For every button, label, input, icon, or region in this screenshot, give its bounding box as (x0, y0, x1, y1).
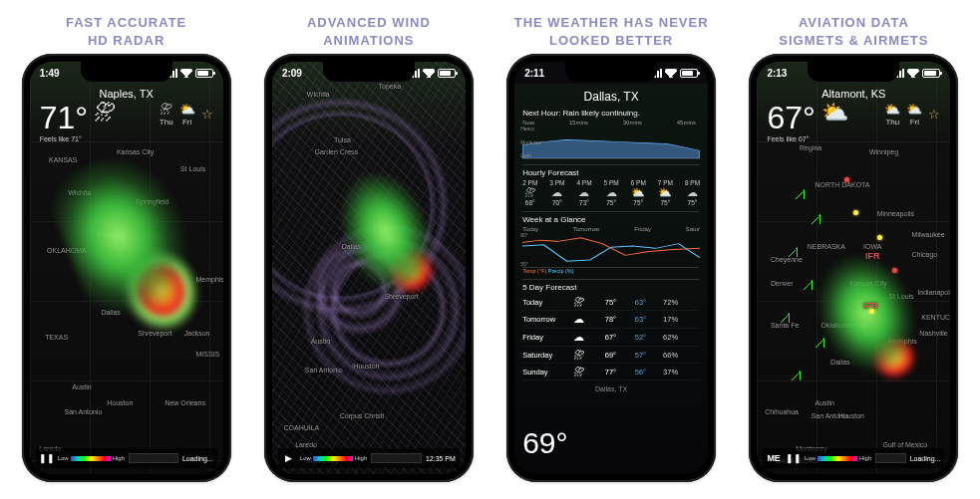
timeline-track[interactable] (371, 453, 422, 463)
map-city-label: St Louis (180, 165, 205, 172)
map-city-label: San Antonio (305, 367, 343, 374)
turbulence-arrow-icon: ⩘ (788, 367, 803, 383)
forecast-row[interactable]: Sunday⛈77°56°37% (522, 364, 700, 380)
time-label: 12:35 PM (426, 455, 456, 462)
hourly-cell[interactable]: 4 PM☁73° (576, 179, 591, 206)
notch (323, 62, 415, 82)
turbulence-arrow-icon: ⩘ (800, 276, 815, 293)
map-city-label: New Orleans (164, 399, 204, 406)
pause-icon[interactable]: ❚❚ (787, 451, 801, 465)
hourly-cell[interactable]: 6 PM⛅75° (631, 179, 646, 206)
sigmet-dot-icon (844, 177, 849, 182)
feels-like: Feels like 67° (767, 135, 815, 142)
loading-label: Loading... (182, 455, 213, 462)
map-city-label: Shreveport (384, 293, 418, 300)
loading-label: Loading... (910, 455, 941, 462)
slide-caption: THE WEATHER HAS NEVER LOOKED BETTER (514, 10, 709, 54)
forecast-row[interactable]: Friday☁67°52°62% (522, 329, 700, 347)
phone-frame: 2:09 WichitaTopekaTulsaGarden CressDalla… (264, 54, 474, 482)
rain-intensity-chart: HeavyModerateLight (522, 125, 700, 159)
phone-frame: 2:13 ReginaWinnipegNORTH DAKOTAMinneapol… (749, 54, 958, 482)
city-label: Altamont, KS (767, 88, 940, 100)
star-icon[interactable]: ☆ (201, 107, 213, 122)
phone-screen[interactable]: 1:49 Kansas CitySt LouisKANSASWichitaSpr… (30, 62, 223, 474)
radar-timeline[interactable]: ME ❚❚ LowHigh Loading... (763, 448, 944, 468)
phone-frame: 1:49 Kansas CitySt LouisKANSASWichitaSpr… (22, 54, 231, 482)
map-city-label: Dallas (342, 243, 361, 250)
turbulence-arrow-icon: ⩘ (812, 334, 826, 351)
five-day-rows: Today⛈75°63°72%Tomorrow☁78°63°17%Friday☁… (522, 294, 700, 380)
map-city-label: San Antonio (65, 408, 103, 415)
map-city-label: Austin (816, 399, 834, 406)
hourly-cell[interactable]: 8 PM☁75° (685, 179, 700, 206)
hourly-cell[interactable]: 2 PM⛈68° (522, 179, 537, 206)
phone-screen[interactable]: 2:11 Dallas, TX Next Hour: Rain likely c… (514, 62, 708, 474)
timeline-track[interactable] (129, 453, 178, 463)
airmet-dot-icon (877, 235, 882, 240)
screenshot-gallery: FAST ACCURATE HD RADAR 1:49 Kansas CityS… (0, 0, 980, 499)
map-city-label: Garden Cress (315, 148, 359, 155)
map-city-label: TEXAS (45, 334, 68, 341)
star-icon[interactable]: ☆ (928, 107, 940, 122)
timeline-track[interactable] (875, 453, 905, 463)
map-city-label: Topeka (379, 83, 402, 90)
notch (808, 62, 899, 82)
city-label: Naples, TX (40, 88, 213, 100)
ifr-badge: IFR (865, 251, 880, 261)
slide-1: FAST ACCURATE HD RADAR 1:49 Kansas CityS… (10, 10, 242, 489)
forecast-row[interactable]: Saturday⛈69°57°66% (522, 347, 700, 364)
hourly-cell[interactable]: 7 PM⛅75° (658, 179, 673, 206)
forecast-row[interactable]: Today⛈75°63°72% (522, 294, 700, 311)
map-city-label: Corpus Christi (340, 412, 384, 419)
hourly-cell[interactable]: 5 PM☁75° (604, 179, 619, 206)
forecast-row[interactable]: Tomorrow☁78°63°17% (522, 311, 700, 329)
battery-icon (922, 69, 940, 78)
play-icon[interactable]: ▶ (282, 451, 296, 465)
forecast-day-fri[interactable]: ⛅Fri (906, 102, 922, 126)
intensity-scale-icon (817, 456, 857, 461)
slide-3: THE WEATHER HAS NEVER LOOKED BETTER 2:11… (495, 10, 728, 489)
footer-city: Dallas, TX (522, 385, 700, 392)
radar-timeline[interactable]: ▶ LowHigh 12:35 PM (278, 448, 460, 468)
clock: 2:09 (282, 68, 302, 79)
slide-caption: ADVANCED WIND ANIMATIONS (307, 10, 431, 54)
wifi-icon (180, 69, 192, 78)
glance-section: Week at a Glance TodayTomorrowFridaySatu… (522, 215, 700, 274)
forecast-day-thu[interactable]: ⛈Thu (160, 102, 173, 126)
map-city-label: Tulsa (334, 136, 351, 143)
pause-icon[interactable]: ❚❚ (40, 451, 54, 465)
condition-icon: ⛅ (821, 102, 848, 124)
radar-timeline[interactable]: ❚❚ LowHigh Loading... (36, 448, 217, 468)
forecast-day-fri[interactable]: ⛅Fri (179, 102, 195, 126)
slide-4: AVIATION DATA SIGMETS & AIRMETS 2:13 Reg… (738, 10, 970, 489)
notch (565, 62, 657, 82)
five-day-section: 5 Day Forecast Today⛈75°63°72%Tomorrow☁7… (522, 283, 700, 380)
forecast-detail[interactable]: Dallas, TX Next Hour: Rain likely contin… (514, 84, 708, 474)
phone-screen[interactable]: 2:13 ReginaWinnipegNORTH DAKOTAMinneapol… (757, 62, 950, 474)
turbulence-arrow-icon: ⩘ (785, 243, 800, 260)
battery-icon (438, 69, 456, 78)
map-city-label: Austin (311, 338, 330, 345)
forecast-day-thu[interactable]: ⛅Thu (884, 102, 900, 126)
wifi-icon (907, 69, 919, 78)
battery-icon (195, 69, 213, 78)
map-city-label: Minneapolis (877, 210, 914, 217)
intensity-scale-icon (71, 456, 111, 461)
big-temp-overlay: 69° (522, 426, 567, 460)
map-city-label: Chihuahua (765, 408, 799, 415)
phone-screen[interactable]: 2:09 WichitaTopekaTulsaGarden CressDalla… (272, 62, 466, 474)
map-city-label: Denver (771, 280, 794, 287)
wind-map[interactable]: WichitaTopekaTulsaGarden CressDallasAust… (272, 62, 466, 474)
weather-header: Naples, TX 71° Feels like 71° ⛈ ⛈Thu ⛅Fr… (30, 84, 223, 146)
me-badge: ME (767, 453, 781, 463)
hourly-row: 2 PM⛈68°3 PM☁70°4 PM☁73°5 PM☁75°6 PM⛅75°… (522, 179, 700, 206)
glance-chart: 80°55° (522, 232, 700, 268)
map-city-label: Milwaukee (912, 231, 945, 238)
wifi-icon (423, 69, 435, 78)
city-label: Dallas, TX (522, 90, 700, 104)
map-city-label: NORTH DAKOTA (816, 181, 870, 188)
hourly-cell[interactable]: 3 PM☁70° (549, 179, 564, 206)
condition-icon: ⛈ (94, 102, 116, 124)
current-temp: 67° (767, 102, 815, 133)
map-city-label: Winnipeg (869, 148, 898, 155)
